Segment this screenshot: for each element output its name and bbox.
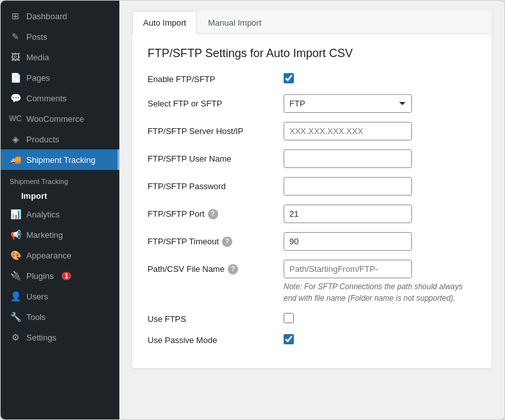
posts-icon: ✎ xyxy=(10,31,21,42)
sidebar-item-comments[interactable]: 💬 Comments xyxy=(1,88,119,108)
settings-icon: ⚙ xyxy=(10,332,21,343)
sidebar-item-media[interactable]: 🖼 Media xyxy=(1,47,119,67)
label-timeout: FTP/SFTP Timeout ? xyxy=(148,237,276,247)
sidebar-item-posts[interactable]: ✎ Posts xyxy=(1,26,119,47)
password-control xyxy=(284,177,412,196)
sidebar-item-tools[interactable]: 🔧 Tools xyxy=(1,307,119,327)
sidebar-item-dashboard[interactable]: ⊞ Dashboard xyxy=(1,6,119,26)
sidebar-submenu-import[interactable]: Import xyxy=(1,188,119,204)
label-passive-mode: Use Passive Mode xyxy=(148,335,276,345)
label-password: FTP/SFTP Password xyxy=(148,181,276,191)
label-username: FTP/SFTP User Name xyxy=(148,154,276,164)
sidebar: ⊞ Dashboard ✎ Posts 🖼 Media 📄 Pages 💬 Co… xyxy=(1,1,119,419)
sidebar-item-users[interactable]: 👤 Users xyxy=(1,286,119,307)
sidebar-item-shipment-tracking[interactable]: 🚚 Shipment Tracking xyxy=(1,149,119,170)
form-row-enable-ftp: Enable FTP/SFTP xyxy=(148,73,476,85)
enable-ftp-control xyxy=(284,73,412,85)
password-input[interactable] xyxy=(284,177,412,196)
sidebar-section-label: Shipment Tracking xyxy=(1,170,119,188)
main-content: Auto Import Manual Import FTP/SFTP Setti… xyxy=(119,1,504,419)
sidebar-item-plugins[interactable]: 🔌 Plugins 1 xyxy=(1,265,119,286)
sidebar-item-label: Marketing xyxy=(26,230,63,240)
port-help-icon[interactable]: ? xyxy=(208,209,218,219)
section-title: FTP/SFTP Settings for Auto Import CSV xyxy=(148,47,476,60)
sidebar-item-label: Tools xyxy=(26,312,46,322)
form-row-path-csv: Path/CSV File Name ? Note: For SFTP Conn… xyxy=(148,260,476,304)
form-row-username: FTP/SFTP User Name xyxy=(148,149,476,168)
dashboard-icon: ⊞ xyxy=(10,10,21,22)
analytics-icon: 📊 xyxy=(10,208,21,220)
tools-icon: 🔧 xyxy=(10,311,21,323)
sidebar-item-label: Shipment Tracking xyxy=(26,155,96,165)
comments-icon: 💬 xyxy=(10,92,21,104)
use-ftps-checkbox[interactable] xyxy=(284,313,294,323)
sidebar-item-label: WooCommerce xyxy=(26,114,84,124)
products-icon: ◈ xyxy=(10,133,21,145)
shipment-tracking-icon: 🚚 xyxy=(10,154,21,165)
sidebar-item-label: Comments xyxy=(26,94,67,103)
path-csv-note: Note: For SFTP Connections the path shou… xyxy=(284,281,476,304)
select-ftp-dropdown[interactable]: FTP SFTP xyxy=(284,94,412,113)
appearance-icon: 🎨 xyxy=(10,249,21,261)
username-input[interactable] xyxy=(284,149,412,168)
path-csv-input[interactable] xyxy=(284,260,412,278)
sidebar-item-label: Dashboard xyxy=(26,12,67,21)
label-server-host: FTP/SFTP Server Host/IP xyxy=(148,126,276,136)
sidebar-item-label: Analytics xyxy=(26,210,60,219)
timeout-input[interactable] xyxy=(284,232,412,251)
server-host-control xyxy=(284,122,412,140)
label-path-csv: Path/CSV File Name ? xyxy=(148,264,276,274)
form-row-server-host: FTP/SFTP Server Host/IP xyxy=(148,122,476,140)
sidebar-item-label: Media xyxy=(26,53,49,62)
sidebar-item-settings[interactable]: ⚙ Settings xyxy=(1,327,119,348)
tab-auto-import[interactable]: Auto Import xyxy=(132,11,197,34)
tab-content-auto-import: FTP/SFTP Settings for Auto Import CSV En… xyxy=(132,34,492,368)
sidebar-item-label: Settings xyxy=(26,333,56,342)
timeout-control xyxy=(284,232,412,251)
tabs-header: Auto Import Manual Import xyxy=(132,11,492,34)
sidebar-item-analytics[interactable]: 📊 Analytics xyxy=(1,204,119,224)
path-csv-row-main: Path/CSV File Name ? xyxy=(148,260,476,278)
passive-mode-control xyxy=(284,334,412,346)
pages-icon: 📄 xyxy=(10,72,21,83)
form-row-timeout: FTP/SFTP Timeout ? xyxy=(148,232,476,251)
form-row-password: FTP/SFTP Password xyxy=(148,177,476,196)
use-ftps-control xyxy=(284,313,412,325)
plugins-icon: 🔌 xyxy=(10,270,21,281)
woocommerce-icon: WC xyxy=(10,113,21,124)
form-row-port: FTP/SFTP Port ? xyxy=(148,205,476,223)
plugins-badge: 1 xyxy=(62,272,72,280)
enable-ftp-checkbox[interactable] xyxy=(284,73,294,83)
users-icon: 👤 xyxy=(10,290,21,302)
sidebar-item-pages[interactable]: 📄 Pages xyxy=(1,67,119,88)
sidebar-item-label: Users xyxy=(26,292,48,301)
label-port: FTP/SFTP Port ? xyxy=(148,209,276,219)
tab-manual-import[interactable]: Manual Import xyxy=(197,11,272,34)
form-row-use-ftps: Use FTPS xyxy=(148,313,476,325)
form-row-select-ftp: Select FTP or SFTP FTP SFTP xyxy=(148,94,476,113)
form-row-passive-mode: Use Passive Mode xyxy=(148,334,476,346)
marketing-icon: 📢 xyxy=(10,229,21,240)
port-control xyxy=(284,205,412,223)
label-enable-ftp: Enable FTP/SFTP xyxy=(148,74,276,84)
sidebar-item-woocommerce[interactable]: WC WooCommerce xyxy=(1,108,119,129)
username-control xyxy=(284,149,412,168)
sidebar-item-marketing[interactable]: 📢 Marketing xyxy=(1,224,119,245)
select-ftp-control: FTP SFTP xyxy=(284,94,412,113)
path-csv-control xyxy=(284,260,412,278)
sidebar-item-label: Appearance xyxy=(26,251,71,260)
path-csv-help-icon[interactable]: ? xyxy=(228,264,238,274)
server-host-input[interactable] xyxy=(284,122,412,140)
sidebar-item-appearance[interactable]: 🎨 Appearance xyxy=(1,245,119,265)
sidebar-item-label: Pages xyxy=(26,73,50,83)
sidebar-item-label: Products xyxy=(26,135,59,144)
label-select-ftp: Select FTP or SFTP xyxy=(148,99,276,108)
tabs-container: Auto Import Manual Import FTP/SFTP Setti… xyxy=(132,11,492,368)
passive-mode-checkbox[interactable] xyxy=(284,334,294,344)
media-icon: 🖼 xyxy=(10,51,21,63)
sidebar-item-label: Posts xyxy=(26,32,47,42)
label-use-ftps: Use FTPS xyxy=(148,314,276,324)
port-input[interactable] xyxy=(284,205,412,223)
timeout-help-icon[interactable]: ? xyxy=(222,237,232,247)
sidebar-item-products[interactable]: ◈ Products xyxy=(1,129,119,149)
